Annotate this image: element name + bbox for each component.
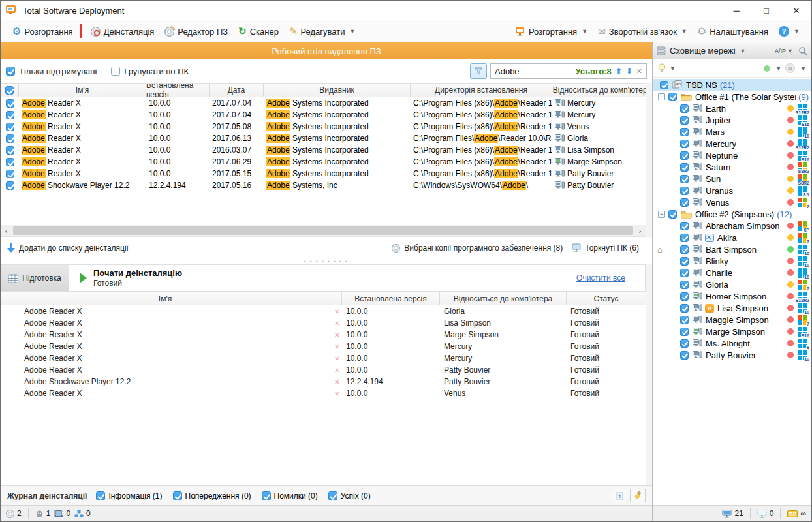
search-next-arrow-icon[interactable]: ⬇ (626, 67, 632, 76)
table-row[interactable]: Adobe Reader X10.0.02016.03.07Adobe Syst… (1, 144, 652, 156)
minimize-button[interactable]: ─ (721, 1, 751, 20)
sort-by-name-ip-button[interactable]: A/IP ▼ (775, 48, 793, 54)
filter-funnel-button[interactable] (470, 63, 487, 79)
journal-filter-checkbox[interactable]: Інформація (1) (96, 491, 162, 500)
chevron-down-icon[interactable]: ▼ (670, 65, 676, 72)
horizontal-scrollbar[interactable]: ‹ › (1, 225, 646, 236)
tree-item-saturn[interactable]: SaturnS8R2 (653, 161, 811, 173)
uninstall-row[interactable]: Adobe Reader X✕10.0.0Lisa SimpsonГотовий (1, 317, 646, 329)
scanner-button[interactable]: ↻ Сканер (233, 23, 284, 40)
chevron-down-icon[interactable]: ▼ (740, 48, 746, 54)
row-checkbox[interactable] (1, 99, 19, 108)
scrollbar-thumb[interactable] (13, 226, 633, 235)
software-editor-button[interactable]: Редактор ПЗ (159, 24, 233, 39)
uninstall-row[interactable]: Adobe Shockwave Player 12.2✕12.2.4.194Pa… (1, 376, 646, 388)
edit-menu-button[interactable]: ✎ Редагувати ▼ (284, 23, 361, 40)
row-checkbox[interactable] (1, 111, 19, 119)
panel-splitter[interactable]: ▪ ▪ ▪ ▪ ▪ ▪ ▪ ▪ (1, 259, 652, 264)
tree-item-ms-albright[interactable]: Ms. Albright8 (653, 337, 811, 349)
tree-item-charlie[interactable]: Charlie10 (653, 267, 811, 279)
help-menu-button[interactable]: ? ▼ (773, 23, 805, 39)
uninstall-row[interactable]: Adobe Reader X✕10.0.0GloriaГотовий (1, 305, 646, 317)
remove-row-icon[interactable]: ✕ (330, 343, 342, 350)
table-row[interactable]: Adobe Reader X10.0.02017.05.15Adobe Syst… (1, 168, 652, 179)
lower-vertical-scrollbar[interactable] (646, 264, 652, 485)
tree-group[interactable]: −Office #1 (The Solar System)(9) (653, 91, 811, 102)
tree-item-lisa-simpson[interactable]: nLisa Simpson10 (653, 302, 811, 314)
tree-item-marge-simpson[interactable]: Marge SimpsonS16 (653, 326, 811, 337)
start-uninstall-button[interactable]: Почати деінсталяцію Готовий Очистити все (69, 265, 645, 291)
uninstall-button[interactable]: Деінсталяція (86, 24, 160, 39)
row-checkbox[interactable] (1, 146, 19, 155)
row-checkbox[interactable] (1, 123, 19, 131)
tree-item-blinky[interactable]: Blinky10 (653, 255, 811, 267)
column-date[interactable]: Дата (210, 84, 264, 97)
search-prev-arrow-icon[interactable]: ⬆ (616, 67, 622, 76)
uninstall-row[interactable]: Adobe Reader X✕10.0.0Patty BouvierГотови… (1, 364, 646, 376)
column-version[interactable]: Встановлена версія (146, 84, 210, 97)
column-name[interactable]: Ім'я (1, 292, 330, 305)
column-publisher[interactable]: Видавник (264, 84, 411, 97)
column-computer[interactable]: Відноситься до комп'ютера (440, 292, 567, 305)
tree-item-neptune[interactable]: NeptuneS16 (653, 149, 811, 161)
row-checkbox[interactable] (1, 170, 19, 178)
tree-item-patty-bouvier[interactable]: Patty Bouvier10 (653, 349, 811, 361)
collapse-icon[interactable]: − (658, 211, 665, 218)
journal-filter-checkbox[interactable]: Помилки (0) (262, 491, 318, 500)
tree-group[interactable]: −Office #2 (Simpsons)(12) (653, 208, 811, 220)
clear-all-link[interactable]: Очистити все (576, 273, 625, 283)
row-checkbox[interactable] (1, 158, 19, 166)
search-clear-icon[interactable]: ✕ (636, 67, 642, 76)
remove-row-icon[interactable]: ✕ (330, 367, 342, 374)
tree-item-bart-simpson[interactable]: ⌂Bart Simpson10 (653, 243, 811, 255)
column-name[interactable]: Ім'я (19, 84, 146, 97)
column-version[interactable]: Встановлена версія (342, 292, 440, 305)
chevron-down-icon[interactable]: ▼ (800, 65, 806, 72)
table-row[interactable]: Adobe Reader X10.0.02017.06.13Adobe Syst… (1, 132, 652, 144)
sidebar-title[interactable]: Сховище мережі (670, 46, 736, 55)
tree-item-maggie-simpson[interactable]: Maggie Simpson7 (653, 314, 811, 326)
uninstall-row[interactable]: Adobe Reader X✕10.0.0Marge SimpsonГотови… (1, 329, 646, 341)
tree-item-mercury[interactable]: MercuryS12R2 (653, 138, 811, 149)
close-button[interactable]: ✕ (781, 1, 811, 20)
uninstall-row[interactable]: Adobe Reader X✕10.0.0VenusГотовий (1, 388, 646, 399)
status-filter-dot-icon[interactable] (764, 65, 770, 72)
column-directory[interactable]: Директорія встановлення (411, 84, 552, 97)
deployment-menu-button[interactable]: Розгортання ▼ (510, 24, 593, 39)
feedback-menu-button[interactable]: ✉ Зворотній зв'язок ▼ (593, 23, 693, 39)
search-input[interactable] (495, 67, 571, 76)
table-row[interactable]: Adobe Reader X10.0.02017.05.08Adobe Syst… (1, 121, 652, 132)
chevron-down-icon[interactable]: ▼ (775, 65, 781, 72)
tree-item-earth[interactable]: EarthS12R2 (653, 102, 811, 114)
table-row[interactable]: Adobe Shockwave Player 12.212.2.4.194201… (1, 179, 652, 191)
add-to-uninstall-list-button[interactable]: Додати до списку деінсталяції (7, 243, 129, 253)
tree-item-gloria[interactable]: Gloria7 (653, 279, 811, 290)
uninstall-row[interactable]: Adobe Reader X✕10.0.0MercuryГотовий (1, 352, 646, 364)
tree-item-venus[interactable]: Venus7 (653, 196, 811, 208)
tree-item-uranus[interactable]: Uranus8.1 (653, 185, 811, 196)
tree-item-mars[interactable]: Mars10 (653, 126, 811, 138)
settings-button[interactable]: ⚙ Налаштування (693, 23, 773, 40)
collapse-icon[interactable]: − (658, 93, 665, 100)
scroll-left-arrow-icon[interactable]: ‹ (1, 227, 12, 235)
lightbulb-icon[interactable] (658, 63, 666, 73)
table-row[interactable]: Adobe Reader X10.0.02017.07.04Adobe Syst… (1, 97, 652, 109)
tree-root-tsd-ns[interactable]: ADTSD NS(21) (653, 79, 811, 91)
maximize-button[interactable]: □ (751, 1, 781, 20)
tree-item-akira[interactable]: Akira7 (653, 232, 811, 243)
column-computer[interactable]: Відноситься до комп'ютера (552, 84, 652, 97)
remove-row-icon[interactable]: ✕ (330, 355, 342, 362)
deploy-button[interactable]: ⚙ Розгортання (7, 23, 78, 40)
remove-row-icon[interactable]: ✕ (330, 320, 342, 327)
tab-preparation[interactable]: Підготовка (1, 265, 69, 291)
tree-item-homer-simpson[interactable]: Homer SimpsonS12R2 (653, 290, 811, 302)
table-row[interactable]: Adobe Reader X10.0.02017.06.29Adobe Syst… (1, 156, 652, 168)
os-filter-icon[interactable]: os (785, 63, 795, 73)
journal-filter-checkbox[interactable]: Попередження (0) (173, 491, 251, 500)
export-log-button[interactable] (612, 489, 627, 502)
remove-row-icon[interactable]: ✕ (330, 378, 342, 386)
tree-item-abracham-simpson[interactable]: Abracham SimpsonXP (653, 220, 811, 232)
table-row[interactable]: Adobe Reader X10.0.02017.07.04Adobe Syst… (1, 109, 652, 121)
scroll-right-arrow-icon[interactable]: › (634, 227, 646, 235)
search-icon[interactable] (798, 46, 807, 55)
